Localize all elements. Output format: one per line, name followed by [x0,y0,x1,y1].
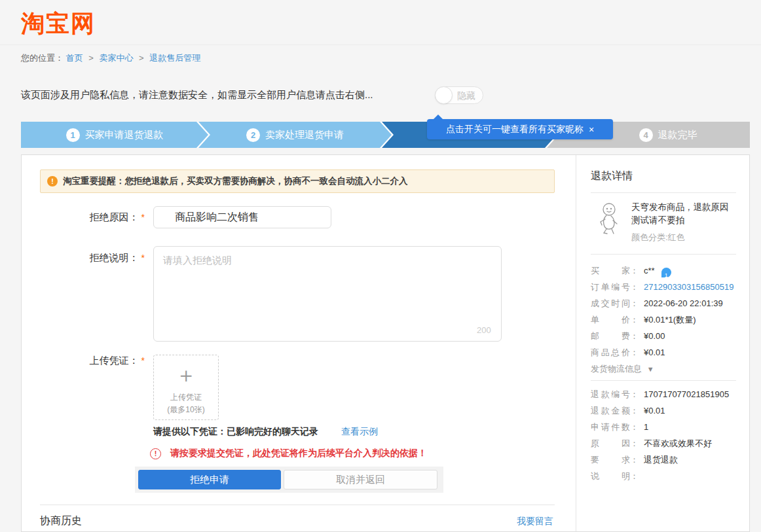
step-progress-bar: 1 买家申请退货退款 2 卖家处理退货申请 4 退款完毕 [21,122,750,148]
reject-explain-textarea[interactable] [153,246,502,342]
cancel-return-button[interactable]: 取消并返回 [284,470,437,489]
button-bar: 拒绝申请 取消并返回 [135,467,443,493]
breadcrumb-separator: > [88,53,94,63]
header-divider [0,44,761,45]
toggle-label: 隐藏 [457,90,475,102]
refund-reason-value: 不喜欢或效果不好 [644,435,712,452]
product-attribute: 颜色分类:红色 [631,232,735,243]
toggle-knob-icon [435,86,453,104]
step-2-label: 卖家处理退货申请 [265,129,344,141]
refund-reason-row: 原因： 不喜欢或效果不好 [591,435,736,452]
refund-number-label: 退款编号 [591,386,630,402]
product-thumbnail-image [591,201,625,235]
step-2-seller-handle: 2 卖家处理退货申请 [198,122,392,148]
unit-price-label: 单价 [591,311,630,328]
char-counter: 200 [477,325,491,335]
refund-request-value: 退货退款 [644,452,678,468]
main-panel: ! 淘宝重要提醒：您拒绝退款后，买卖双方需要协商解决，协商不一致会自动流入小二介… [21,154,750,532]
step-1-buyer-apply: 1 买家申请退货退款 [21,122,208,148]
reject-explain-label-text: 拒绝说明： [90,252,139,263]
privacy-notice: 该页面涉及用户隐私信息，请注意数据安全，如需显示全部用户信息请点击右侧... [21,89,373,101]
postage-value: ¥0.00 [644,328,665,344]
upload-evidence-box[interactable]: ＋ 上传凭证 (最多10张) [153,355,219,420]
leave-message-link[interactable]: 我要留言 [517,516,553,527]
upload-box-text: 上传凭证 [170,392,202,403]
breadcrumb-home[interactable]: 首页 [66,53,83,63]
required-star: * [141,212,145,222]
submit-warning: ! 请按要求提交凭证，此处凭证将作为后续平台介入判决的依据！ [150,448,427,459]
refund-note-label: 说明 [591,468,630,484]
negotiation-history-title: 协商历史 [40,514,82,528]
unit-price-value: ¥0.01*1(数量) [644,311,696,328]
apply-count-value: 1 [644,419,648,435]
refund-amount-row: 退款金额： ¥0.01 [591,402,736,419]
refund-reason-label: 原因 [591,435,630,452]
deal-time-row: 成交时间： 2022-06-20 22:01:39 [591,295,736,311]
breadcrumb-separator: > [139,53,144,63]
divider [591,380,736,381]
section-divider [40,505,555,505]
refund-number-value: 170717077021851905 [644,386,729,402]
refund-detail-title: 退款详情 [591,169,736,183]
logistics-info-toggle[interactable]: 发货物流信息 ▼ [591,361,736,378]
total-price-label: 商品总价 [591,344,630,361]
toggle-tooltip: 点击开关可一键查看所有买家昵称 × [427,119,613,139]
submit-warning-text: 请按要求提交凭证，此处凭证将作为后续平台介入判决的依据！ [170,448,427,459]
breadcrumb-seller-center[interactable]: 卖家中心 [99,53,133,63]
buyer-label: 买家 [591,262,630,279]
refund-amount-label: 退款金额 [591,402,630,419]
reject-reason-label-text: 拒绝原因： [90,211,139,222]
taobao-logo: 淘宝网 [21,8,96,40]
breadcrumb: 您的位置： 首页 > 卖家中心 > 退款售后管理 [21,52,200,64]
reject-explain-label: 拒绝说明：* [22,252,145,264]
step-4-label: 退款完毕 [658,129,697,141]
product-summary: 天穹发布商品，退款原因测试请不要拍 颜色分类:红色 [591,201,736,243]
breadcrumb-prefix: 您的位置： [21,53,64,63]
order-number-row: 订单编号： 2712903303156850519 [591,279,736,295]
plus-icon: ＋ [176,364,196,385]
step-1-label: 买家申请退货退款 [85,129,164,141]
reject-reason-select[interactable]: 商品影响二次销售 [153,206,331,228]
reject-reason-label: 拒绝原因：* [22,211,145,224]
breadcrumb-refund-management[interactable]: 退款售后管理 [149,53,200,63]
refund-management-page: 淘宝网 您的位置： 首页 > 卖家中心 > 退款售后管理 该页面涉及用户隐私信息… [0,0,761,532]
required-star: * [141,355,145,366]
refund-request-row: 要求： 退货退款 [591,452,736,468]
step-1-number: 1 [66,128,80,142]
deal-time-value: 2022-06-20 22:01:39 [644,295,723,311]
postage-label: 邮费 [591,328,630,344]
wangwang-icon[interactable]: 1 [661,268,671,277]
warning-exclamation-icon: ! [150,448,161,459]
view-example-link[interactable]: 查看示例 [341,426,378,438]
order-number-link[interactable]: 2712903303156850519 [644,279,733,295]
refund-note-row: 说明： [591,468,736,484]
apply-count-row: 申请件数： 1 [591,419,736,435]
evidence-hint: 请提供以下凭证：已影响完好的聊天记录 [153,426,318,438]
buyer-row: 买家： c** 1 [591,262,736,279]
postage-row: 邮费： ¥0.00 [591,328,736,344]
alert-exclamation-icon: ! [47,176,58,186]
refund-detail-sidebar: 退款详情 天穹发布 [576,155,749,531]
reject-apply-button[interactable]: 拒绝申请 [138,470,281,489]
refund-number-row: 退款编号： 170717077021851905 [591,386,736,402]
divider [591,192,736,193]
total-price-row: 商品总价： ¥0.01 [591,344,736,361]
required-star: * [141,253,145,263]
upload-evidence-label-text: 上传凭证： [90,355,139,366]
alert-text: 淘宝重要提醒：您拒绝退款后，买卖双方需要协商解决，协商不一致会自动流入小二介入 [63,175,408,187]
deal-time-label: 成交时间 [591,295,630,311]
upload-evidence-label: 上传凭证：* [22,355,145,367]
buyer-value: c** [644,262,655,279]
product-name: 天穹发布商品，退款原因测试请不要拍 [631,201,735,227]
divider [591,254,736,255]
tooltip-close-icon[interactable]: × [589,124,594,135]
logistics-info-label: 发货物流信息 [591,364,642,374]
step-2-number: 2 [246,128,260,142]
refund-amount-value: ¥0.01 [644,402,665,419]
apply-count-label: 申请件数 [591,419,630,435]
privacy-toggle[interactable]: 隐藏 [435,86,483,104]
chevron-down-icon: ▼ [647,365,654,373]
refund-request-label: 要求 [591,452,630,468]
taobao-alert: ! 淘宝重要提醒：您拒绝退款后，买卖双方需要协商解决，协商不一致会自动流入小二介… [40,169,555,193]
tooltip-text: 点击开关可一键查看所有买家昵称 [446,124,584,135]
